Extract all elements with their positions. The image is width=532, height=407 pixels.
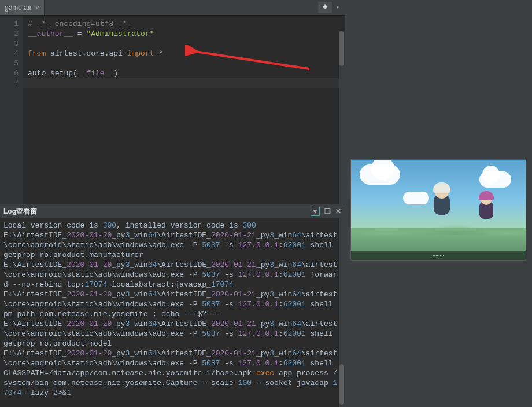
log-token: 3 [269, 290, 274, 299]
log-token: 62001 [283, 270, 306, 279]
log-token: _win [274, 290, 292, 299]
log-token: 300 [242, 221, 256, 230]
log-token: 1 [66, 388, 71, 397]
tab-actions: + ▾ [318, 2, 345, 13]
log-token: : [279, 359, 283, 368]
log-token: 5037 [202, 329, 220, 338]
log-token: _py [256, 349, 269, 358]
log-token: _py [256, 261, 269, 269]
log-token: 2020-01-20 [66, 261, 112, 269]
log-token: 62001 [283, 241, 306, 250]
log-token: 127.0.0.1 [238, 270, 279, 279]
cloud-shape [482, 166, 500, 183]
log-token: \AirtestIDE_ [157, 231, 211, 240]
log-restore-icon[interactable]: ❐ [324, 207, 331, 215]
log-token: 300 [103, 221, 116, 230]
tab-dropdown-button[interactable]: ▾ [333, 2, 342, 13]
log-token: E:\AirtestIDE_ [3, 261, 66, 269]
paren-token: ) [113, 69, 118, 78]
code-line [28, 58, 345, 68]
operator-token: = [73, 30, 86, 38]
code-line: auto_setup(__file__) [28, 68, 345, 78]
log-token: _win [130, 231, 147, 240]
scrollbar-thumb[interactable] [339, 364, 344, 405]
keyword-token: import [127, 49, 154, 58]
log-token: 2020-01-20 [66, 320, 112, 328]
log-token: _win [130, 290, 147, 299]
preview-footer-text: ········ [351, 251, 526, 260]
log-token: _win [130, 349, 147, 358]
log-token: _win [274, 231, 292, 240]
log-token: 3 [269, 231, 274, 240]
close-tab-icon[interactable]: × [35, 3, 40, 12]
log-token: : [279, 241, 283, 250]
code-editor[interactable]: 1 2 3 4 5 6 7 # -*- encoding=utf8 -*- __… [0, 16, 345, 204]
log-token: , installed version code is [116, 221, 242, 230]
code-area[interactable]: # -*- encoding=utf8 -*- __author__ = "Ad… [23, 16, 345, 204]
log-scrollbar[interactable] [339, 218, 345, 407]
log-content[interactable]: Local version code is 300, installed ver… [0, 218, 345, 407]
log-token: \AirtestIDE_ [157, 320, 211, 328]
log-token: 2020-01-20 [66, 290, 112, 299]
log-line: E:\AirtestIDE_2020-01-20_py3_win64\Airte… [3, 349, 341, 398]
log-token: _py [256, 320, 269, 328]
new-tab-button[interactable]: + [318, 2, 332, 13]
log-line: E:\AirtestIDE_2020-01-20_py3_win64\Airte… [3, 319, 341, 349]
log-token: 127.0.0.1 [238, 300, 279, 309]
log-filter-icon[interactable]: ▼ [311, 207, 320, 216]
log-token: 64 [148, 349, 157, 358]
log-close-icon[interactable]: ✕ [335, 207, 341, 215]
log-token: 2020-01-20 [66, 349, 112, 358]
string-token: "Administrator" [86, 30, 154, 38]
variable-token: __file__ [77, 69, 113, 78]
log-token: \AirtestIDE_ [157, 349, 211, 358]
log-token: 100 [238, 379, 252, 387]
log-token: >& [58, 388, 67, 397]
log-token: : [279, 300, 283, 309]
log-token: -s [220, 329, 238, 338]
log-token: 64 [292, 290, 301, 299]
tab-bar: game.air × + ▾ [0, 0, 345, 16]
log-token: 5037 [202, 359, 220, 368]
log-token: -s [220, 241, 238, 250]
line-number: 4 [0, 49, 19, 58]
log-header: Log查看窗 ▼ ❐ ✕ [0, 204, 345, 218]
log-token: 127.0.0.1 [238, 329, 279, 338]
log-title: Log查看窗 [3, 207, 37, 217]
log-token: _win [130, 320, 147, 328]
log-token: _py [112, 320, 125, 328]
editor-tab[interactable]: game.air × [0, 0, 45, 15]
log-token: _py [256, 290, 269, 299]
tab-filename: game.air [5, 3, 32, 12]
log-token: E:\AirtestIDE_ [3, 349, 66, 358]
log-token: 127.0.0.1 [238, 241, 279, 250]
log-token: Local version code is [3, 221, 103, 230]
comment-token: # -*- encoding=utf8 -*- [28, 20, 131, 28]
log-token: 64 [292, 231, 301, 240]
log-token: exec [256, 369, 274, 377]
log-token: \AirtestIDE_ [157, 261, 211, 269]
log-token: _win [130, 261, 147, 269]
keyword-token: from [28, 49, 46, 58]
log-token: -lazy [21, 388, 53, 397]
editor-scrollbar[interactable] [339, 31, 345, 204]
log-token: 64 [292, 261, 301, 269]
log-line: E:\AirtestIDE_2020-01-20_py3_win64\Airte… [3, 230, 341, 260]
log-token: E:\AirtestIDE_ [3, 290, 66, 299]
log-token: -s [220, 270, 238, 279]
device-panel: ········ [345, 0, 532, 407]
device-screen-preview[interactable]: ········ [350, 159, 526, 261]
log-token: localabstract:javacap_ [107, 280, 210, 289]
log-token: --socket javacap_ [252, 379, 332, 387]
log-token: 127.0.0.1 [238, 359, 279, 368]
line-number: 2 [0, 29, 19, 39]
log-token: _py [112, 349, 125, 358]
log-token: 2020-01-20 [66, 231, 112, 240]
log-token: 2 [53, 388, 58, 397]
line-number: 5 [0, 58, 19, 68]
scrollbar-thumb[interactable] [339, 31, 344, 66]
variable-token: __author__ [28, 30, 73, 38]
log-token: 17074 [84, 280, 107, 289]
game-character [429, 186, 455, 218]
log-token: 3 [269, 261, 274, 269]
